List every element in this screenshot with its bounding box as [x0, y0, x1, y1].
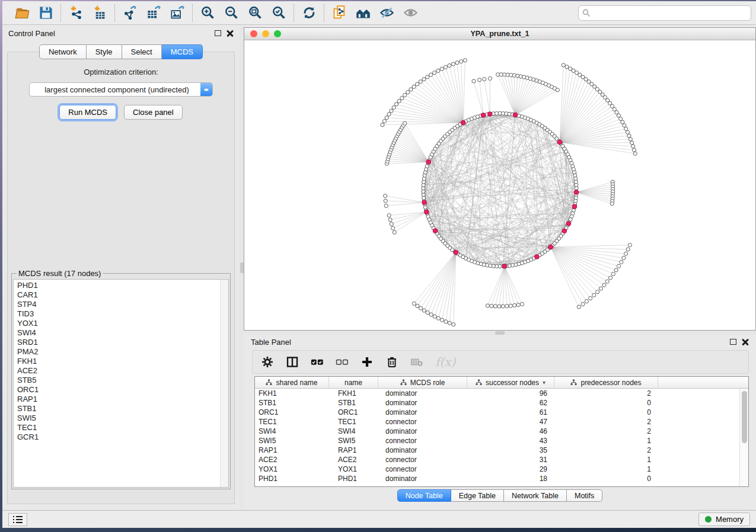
zoom-selected-icon[interactable]	[270, 4, 288, 22]
minimize-window-icon[interactable]	[262, 30, 269, 37]
close-panel-button[interactable]: Close panel	[124, 105, 183, 120]
table-scrollbar[interactable]	[739, 389, 748, 486]
table-row[interactable]: STB1STB1dominator620	[255, 398, 739, 408]
tab-select[interactable]: Select	[122, 44, 162, 59]
mcds-result-item[interactable]: STP4	[14, 300, 228, 309]
mcds-result-item[interactable]: STB5	[14, 376, 228, 385]
table-tab-motifs[interactable]: Motifs	[567, 489, 602, 502]
mcds-result-item[interactable]: PHD1	[14, 281, 228, 290]
mcds-result-item[interactable]: YOX1	[14, 319, 228, 328]
first-neighbors-icon[interactable]	[354, 4, 372, 22]
column-header-successor-nodes[interactable]: successor nodes▾	[467, 377, 554, 388]
tab-mcds[interactable]: MCDS	[162, 44, 203, 59]
search-container	[578, 5, 751, 21]
cell-successor_nodes: 61	[467, 408, 554, 416]
mcds-result-item[interactable]: ACE2	[14, 366, 228, 376]
mcds-result-item[interactable]: CAR1	[14, 290, 228, 300]
cell-shared_name: YOX1	[255, 465, 329, 473]
import-network-icon[interactable]	[67, 4, 85, 22]
table-row[interactable]: FKH1FKH1dominator962	[255, 389, 739, 398]
status-bar: Memory	[2, 510, 756, 528]
search-input[interactable]	[578, 5, 751, 21]
mcds-result-item[interactable]: GCR1	[14, 432, 228, 442]
mcds-result-item[interactable]: SWI5	[14, 414, 228, 423]
horizontal-split-divider[interactable]	[244, 331, 756, 335]
vertical-split-handle[interactable]	[240, 262, 244, 273]
mcds-result-item[interactable]: PMA2	[14, 347, 228, 357]
deselect-all-checkboxes-icon[interactable]	[336, 355, 349, 368]
close-table-panel-icon[interactable]	[742, 338, 749, 345]
run-mcds-button[interactable]: Run MCDS	[59, 105, 116, 120]
vertical-split-divider[interactable]	[240, 25, 244, 510]
table-tab-node-table[interactable]: Node Table	[397, 489, 451, 502]
tab-network[interactable]: Network	[39, 44, 87, 59]
table-settings-icon[interactable]	[261, 355, 274, 368]
save-session-icon[interactable]	[37, 4, 55, 22]
open-file-icon[interactable]	[13, 4, 31, 22]
zoom-in-icon[interactable]	[199, 4, 216, 22]
export-network-icon[interactable]	[121, 4, 139, 22]
add-column-icon[interactable]	[361, 355, 374, 368]
mcds-result-item[interactable]: ORC1	[14, 385, 228, 395]
column-header-mcds-role[interactable]: MCDS role	[378, 377, 467, 388]
close-window-icon[interactable]	[250, 30, 257, 37]
table-scrollbar-thumb[interactable]	[742, 391, 747, 443]
control-panel-title: Control Panel	[8, 29, 55, 38]
network-canvas[interactable]	[244, 41, 755, 330]
network-graph	[244, 41, 755, 330]
column-header-shared-name[interactable]: shared name	[255, 377, 329, 388]
new-network-from-selection-icon[interactable]	[330, 4, 348, 22]
network-frame-titlebar[interactable]: YPA_prune.txt_1	[244, 28, 755, 40]
cell-predecessor_nodes: 1	[554, 465, 658, 473]
table-tab-edge-table[interactable]: Edge Table	[451, 489, 504, 502]
tab-style[interactable]: Style	[87, 44, 122, 59]
export-table-icon[interactable]	[145, 4, 162, 22]
table-row[interactable]: PHD1PHD1dominator180	[255, 474, 739, 483]
table-row[interactable]: TEC1TEC1connector472	[255, 417, 739, 427]
cell-successor_nodes: 31	[467, 456, 554, 464]
zoom-fit-icon[interactable]	[246, 4, 264, 22]
task-history-icon[interactable]	[8, 513, 27, 526]
table-toolbar: f(x)	[252, 350, 749, 374]
column-header-predecessor-nodes[interactable]: predecessor nodes	[554, 377, 658, 388]
mcds-result-item[interactable]: RAP1	[14, 395, 228, 404]
show-column-panel-icon[interactable]	[286, 355, 299, 368]
table-row[interactable]: ACE2ACE2connector311	[255, 455, 739, 464]
float-panel-icon[interactable]	[215, 30, 221, 36]
mcds-result-item[interactable]: STB1	[14, 404, 228, 414]
control-panel-tabs: NetworkStyleSelectMCDS	[2, 44, 240, 59]
mcds-result-list[interactable]: PHD1CAR1STP4TID3YOX1SWI4SRD1PMA2FKH1ACE2…	[13, 279, 229, 488]
cell-name: ACE2	[329, 456, 378, 464]
zoom-out-icon[interactable]	[222, 4, 240, 22]
hide-selected-icon[interactable]	[378, 4, 395, 22]
select-all-checkboxes-icon[interactable]	[311, 355, 324, 368]
optimization-criterion-select[interactable]: largest connected component (undirected)	[29, 82, 213, 97]
cell-name: SWI4	[329, 427, 378, 435]
memory-button[interactable]: Memory	[698, 512, 750, 526]
export-image-icon[interactable]	[168, 4, 186, 22]
table-row[interactable]: SWI4SWI4dominator462	[255, 427, 739, 436]
mcds-list-scrollbar[interactable]	[220, 280, 228, 487]
cell-name: FKH1	[329, 389, 378, 398]
memory-label: Memory	[716, 515, 744, 524]
mcds-result-item[interactable]: SRD1	[14, 338, 228, 347]
mcds-result-item[interactable]: FKH1	[14, 357, 228, 366]
table-row[interactable]: SWI5SWI5connector431	[255, 436, 739, 446]
mcds-result-item[interactable]: TEC1	[14, 423, 228, 432]
show-all-icon[interactable]	[401, 4, 419, 22]
maximize-window-icon[interactable]	[274, 30, 281, 37]
table-row[interactable]: ORC1ORC1dominator610	[255, 408, 739, 417]
horizontal-split-handle[interactable]	[495, 331, 505, 335]
delete-column-icon[interactable]	[385, 355, 398, 368]
table-row[interactable]: RAP1RAP1dominator352	[255, 446, 739, 455]
import-table-icon[interactable]	[91, 4, 109, 22]
table-tab-network-table[interactable]: Network Table	[504, 489, 567, 502]
mcds-result-item[interactable]: TID3	[14, 309, 228, 319]
table-row[interactable]: YOX1YOX1connector291	[255, 464, 739, 474]
apply-layout-icon[interactable]	[300, 4, 318, 22]
float-table-panel-icon[interactable]	[730, 339, 736, 345]
mcds-result-item[interactable]: SWI4	[14, 328, 228, 338]
cell-mcds_role: connector	[378, 456, 467, 464]
close-panel-icon[interactable]	[227, 30, 234, 37]
column-header-name[interactable]: name	[329, 377, 378, 388]
